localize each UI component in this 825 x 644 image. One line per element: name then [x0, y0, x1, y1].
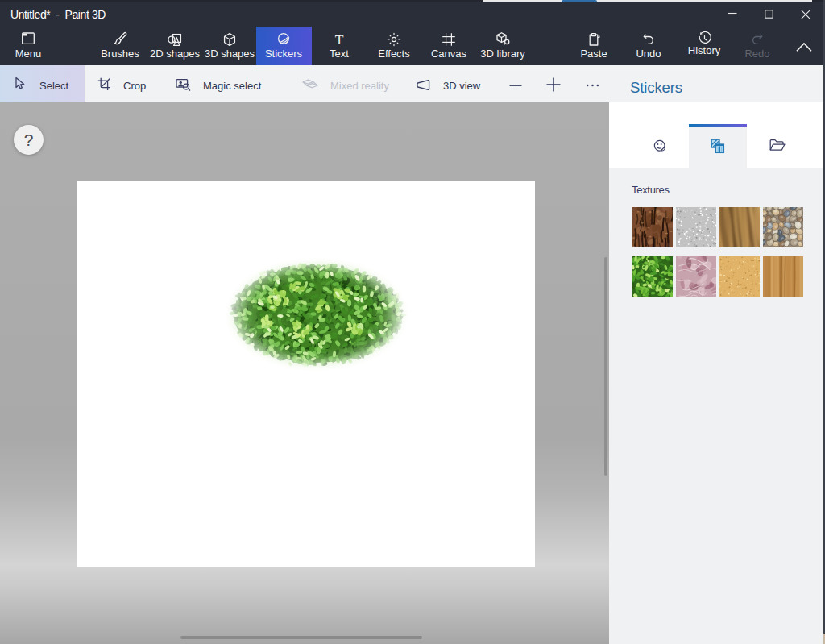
svg-text:T: T — [335, 32, 344, 47]
